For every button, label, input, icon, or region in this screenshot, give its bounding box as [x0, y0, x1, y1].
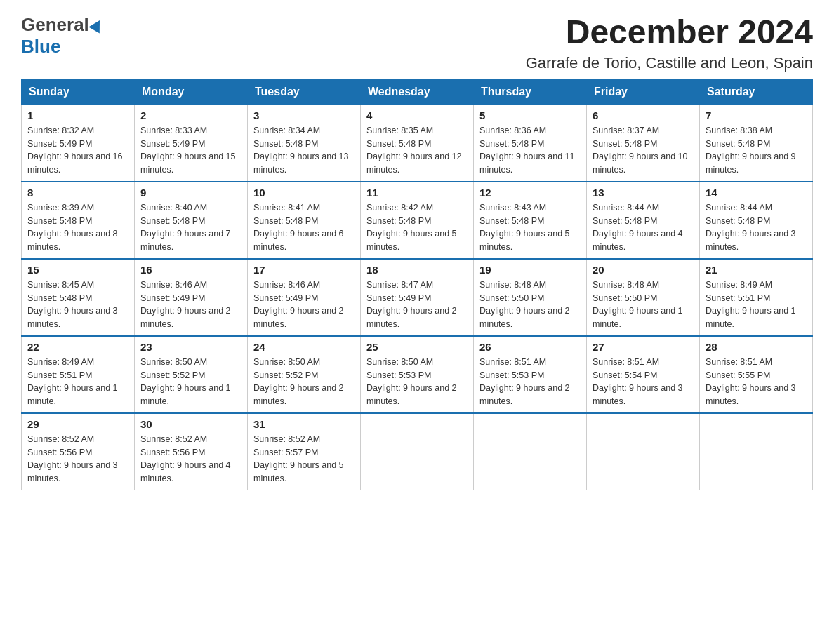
day-info: Sunrise: 8:33 AMSunset: 5:49 PMDaylight:…	[140, 124, 241, 177]
weekday-header-wednesday: Wednesday	[361, 79, 474, 105]
day-cell-21: 21Sunrise: 8:49 AMSunset: 5:51 PMDayligh…	[700, 259, 813, 336]
day-cell-22: 22Sunrise: 8:49 AMSunset: 5:51 PMDayligh…	[22, 336, 135, 413]
day-number: 18	[366, 264, 468, 276]
day-number: 4	[366, 109, 468, 121]
day-info: Sunrise: 8:44 AMSunset: 5:48 PMDaylight:…	[706, 201, 807, 254]
day-info: Sunrise: 8:52 AMSunset: 5:57 PMDaylight:…	[253, 433, 355, 485]
location-title: Garrafe de Torio, Castille and Leon, Spa…	[526, 54, 813, 72]
day-cell-17: 17Sunrise: 8:46 AMSunset: 5:49 PMDayligh…	[248, 259, 361, 336]
day-cell-12: 12Sunrise: 8:43 AMSunset: 5:48 PMDayligh…	[474, 182, 587, 259]
weekday-header-friday: Friday	[587, 79, 700, 105]
day-info: Sunrise: 8:52 AMSunset: 5:56 PMDaylight:…	[27, 433, 128, 485]
day-info: Sunrise: 8:49 AMSunset: 5:51 PMDaylight:…	[27, 356, 128, 408]
day-number: 11	[366, 187, 468, 199]
day-cell-7: 7Sunrise: 8:38 AMSunset: 5:48 PMDaylight…	[700, 105, 813, 182]
weekday-header-saturday: Saturday	[700, 79, 813, 105]
day-number: 16	[140, 264, 241, 276]
day-number: 19	[479, 264, 581, 276]
logo-blue-text: Blue	[21, 36, 60, 57]
day-cell-29: 29Sunrise: 8:52 AMSunset: 5:56 PMDayligh…	[22, 413, 135, 490]
weekday-header-row: SundayMondayTuesdayWednesdayThursdayFrid…	[22, 79, 813, 105]
day-cell-1: 1Sunrise: 8:32 AMSunset: 5:49 PMDaylight…	[22, 105, 135, 182]
day-info: Sunrise: 8:51 AMSunset: 5:53 PMDaylight:…	[479, 356, 581, 408]
day-number: 14	[706, 187, 807, 199]
day-info: Sunrise: 8:38 AMSunset: 5:48 PMDaylight:…	[706, 124, 807, 177]
week-row-4: 22Sunrise: 8:49 AMSunset: 5:51 PMDayligh…	[22, 336, 813, 413]
day-info: Sunrise: 8:52 AMSunset: 5:56 PMDaylight:…	[140, 433, 241, 485]
day-number: 29	[27, 418, 128, 430]
day-cell-16: 16Sunrise: 8:46 AMSunset: 5:49 PMDayligh…	[135, 259, 248, 336]
calendar-table: SundayMondayTuesdayWednesdayThursdayFrid…	[21, 79, 813, 490]
weekday-header-thursday: Thursday	[474, 79, 587, 105]
day-number: 5	[479, 109, 581, 121]
empty-day-cell	[474, 413, 587, 490]
day-number: 27	[593, 341, 694, 353]
day-number: 1	[27, 109, 128, 121]
day-cell-2: 2Sunrise: 8:33 AMSunset: 5:49 PMDaylight…	[135, 105, 248, 182]
day-cell-14: 14Sunrise: 8:44 AMSunset: 5:48 PMDayligh…	[700, 182, 813, 259]
empty-day-cell	[361, 413, 474, 490]
day-number: 7	[706, 109, 807, 121]
day-cell-9: 9Sunrise: 8:40 AMSunset: 5:48 PMDaylight…	[135, 182, 248, 259]
day-number: 30	[140, 418, 241, 430]
day-info: Sunrise: 8:48 AMSunset: 5:50 PMDaylight:…	[479, 279, 581, 331]
day-info: Sunrise: 8:39 AMSunset: 5:48 PMDaylight:…	[27, 201, 128, 254]
day-number: 24	[253, 341, 355, 353]
day-info: Sunrise: 8:48 AMSunset: 5:50 PMDaylight:…	[593, 279, 694, 331]
day-cell-18: 18Sunrise: 8:47 AMSunset: 5:49 PMDayligh…	[361, 259, 474, 336]
day-info: Sunrise: 8:51 AMSunset: 5:54 PMDaylight:…	[593, 356, 694, 408]
day-number: 22	[27, 341, 128, 353]
day-info: Sunrise: 8:51 AMSunset: 5:55 PMDaylight:…	[706, 356, 807, 408]
day-cell-25: 25Sunrise: 8:50 AMSunset: 5:53 PMDayligh…	[361, 336, 474, 413]
day-cell-4: 4Sunrise: 8:35 AMSunset: 5:48 PMDaylight…	[361, 105, 474, 182]
day-info: Sunrise: 8:32 AMSunset: 5:49 PMDaylight:…	[27, 124, 128, 177]
day-info: Sunrise: 8:42 AMSunset: 5:48 PMDaylight:…	[366, 201, 468, 254]
weekday-header-tuesday: Tuesday	[248, 79, 361, 105]
day-cell-23: 23Sunrise: 8:50 AMSunset: 5:52 PMDayligh…	[135, 336, 248, 413]
day-cell-10: 10Sunrise: 8:41 AMSunset: 5:48 PMDayligh…	[248, 182, 361, 259]
day-info: Sunrise: 8:36 AMSunset: 5:48 PMDaylight:…	[479, 124, 581, 177]
day-number: 23	[140, 341, 241, 353]
day-cell-8: 8Sunrise: 8:39 AMSunset: 5:48 PMDaylight…	[22, 182, 135, 259]
day-number: 15	[27, 264, 128, 276]
day-info: Sunrise: 8:43 AMSunset: 5:48 PMDaylight:…	[479, 201, 581, 254]
day-info: Sunrise: 8:35 AMSunset: 5:48 PMDaylight:…	[366, 124, 468, 177]
logo: General Blue	[21, 14, 103, 58]
weekday-header-sunday: Sunday	[22, 79, 135, 105]
day-number: 26	[479, 341, 581, 353]
day-info: Sunrise: 8:47 AMSunset: 5:49 PMDaylight:…	[366, 279, 468, 331]
day-cell-30: 30Sunrise: 8:52 AMSunset: 5:56 PMDayligh…	[135, 413, 248, 490]
day-cell-28: 28Sunrise: 8:51 AMSunset: 5:55 PMDayligh…	[700, 336, 813, 413]
day-info: Sunrise: 8:49 AMSunset: 5:51 PMDaylight:…	[706, 279, 807, 331]
day-cell-3: 3Sunrise: 8:34 AMSunset: 5:48 PMDaylight…	[248, 105, 361, 182]
day-cell-26: 26Sunrise: 8:51 AMSunset: 5:53 PMDayligh…	[474, 336, 587, 413]
day-cell-27: 27Sunrise: 8:51 AMSunset: 5:54 PMDayligh…	[587, 336, 700, 413]
day-number: 2	[140, 109, 241, 121]
day-info: Sunrise: 8:46 AMSunset: 5:49 PMDaylight:…	[140, 279, 241, 331]
day-number: 8	[27, 187, 128, 199]
day-cell-31: 31Sunrise: 8:52 AMSunset: 5:57 PMDayligh…	[248, 413, 361, 490]
day-info: Sunrise: 8:34 AMSunset: 5:48 PMDaylight:…	[253, 124, 355, 177]
day-number: 28	[706, 341, 807, 353]
logo-arrow-icon	[88, 17, 105, 33]
day-cell-20: 20Sunrise: 8:48 AMSunset: 5:50 PMDayligh…	[587, 259, 700, 336]
day-number: 31	[253, 418, 355, 430]
empty-day-cell	[700, 413, 813, 490]
day-number: 10	[253, 187, 355, 199]
day-cell-6: 6Sunrise: 8:37 AMSunset: 5:48 PMDaylight…	[587, 105, 700, 182]
day-info: Sunrise: 8:37 AMSunset: 5:48 PMDaylight:…	[593, 124, 694, 177]
day-info: Sunrise: 8:41 AMSunset: 5:48 PMDaylight:…	[253, 201, 355, 254]
day-cell-11: 11Sunrise: 8:42 AMSunset: 5:48 PMDayligh…	[361, 182, 474, 259]
day-number: 9	[140, 187, 241, 199]
week-row-2: 8Sunrise: 8:39 AMSunset: 5:48 PMDaylight…	[22, 182, 813, 259]
day-number: 13	[593, 187, 694, 199]
day-cell-15: 15Sunrise: 8:45 AMSunset: 5:48 PMDayligh…	[22, 259, 135, 336]
month-title: December 2024	[526, 14, 813, 51]
day-number: 17	[253, 264, 355, 276]
week-row-1: 1Sunrise: 8:32 AMSunset: 5:49 PMDaylight…	[22, 105, 813, 182]
empty-day-cell	[587, 413, 700, 490]
day-info: Sunrise: 8:40 AMSunset: 5:48 PMDaylight:…	[140, 201, 241, 254]
week-row-3: 15Sunrise: 8:45 AMSunset: 5:48 PMDayligh…	[22, 259, 813, 336]
day-cell-5: 5Sunrise: 8:36 AMSunset: 5:48 PMDaylight…	[474, 105, 587, 182]
week-row-5: 29Sunrise: 8:52 AMSunset: 5:56 PMDayligh…	[22, 413, 813, 490]
